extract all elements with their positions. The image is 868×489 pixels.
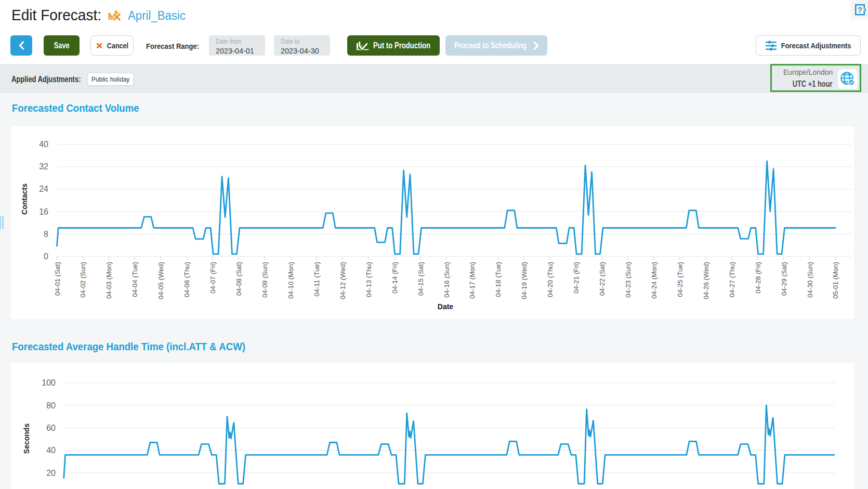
- svg-text:?: ?: [858, 5, 862, 14]
- svg-text:04-17 (Mon): 04-17 (Mon): [468, 262, 476, 299]
- svg-text:04-06 (Thu): 04-06 (Thu): [183, 262, 191, 297]
- svg-text:04-22 (Sat): 04-22 (Sat): [598, 262, 606, 296]
- svg-text:04-16 (Sun): 04-16 (Sun): [443, 262, 451, 298]
- svg-text:24: 24: [39, 184, 48, 193]
- svg-text:04-18 (Tue): 04-18 (Tue): [494, 262, 502, 297]
- svg-text:60: 60: [46, 424, 56, 432]
- svg-text:0: 0: [44, 252, 48, 261]
- svg-text:100: 100: [42, 378, 56, 387]
- svg-text:Seconds: Seconds: [22, 424, 31, 454]
- svg-text:04-13 (Thu): 04-13 (Thu): [365, 262, 373, 297]
- svg-text:8: 8: [44, 230, 48, 239]
- svg-text:Contacts: Contacts: [20, 183, 29, 215]
- svg-text:04-02 (Sun): 04-02 (Sun): [79, 262, 87, 298]
- svg-text:04-26 (Wed): 04-26 (Wed): [702, 262, 710, 299]
- svg-text:04-12 (Wed): 04-12 (Wed): [339, 262, 347, 299]
- svg-text:04-05 (Wed): 04-05 (Wed): [157, 262, 165, 299]
- svg-text:04-30 (Sun): 04-30 (Sun): [806, 262, 814, 298]
- svg-text:04-19 (Wed): 04-19 (Wed): [520, 262, 528, 299]
- svg-text:Date: Date: [438, 302, 454, 311]
- svg-text:04-20 (Thu): 04-20 (Thu): [546, 262, 554, 297]
- svg-text:04-11 (Tue): 04-11 (Tue): [313, 262, 321, 296]
- svg-text:04-21 (Fri): 04-21 (Fri): [572, 262, 580, 294]
- svg-text:04-15 (Sat): 04-15 (Sat): [417, 262, 425, 296]
- svg-text:04-07 (Fri): 04-07 (Fri): [209, 262, 217, 294]
- svg-text:04-08 (Sat): 04-08 (Sat): [235, 262, 243, 296]
- svg-text:04-10 (Mon): 04-10 (Mon): [287, 262, 295, 299]
- svg-text:04-29 (Sat): 04-29 (Sat): [780, 262, 788, 296]
- svg-text:04-14 (Fri): 04-14 (Fri): [391, 262, 399, 294]
- svg-text:40: 40: [39, 140, 48, 149]
- svg-text:04-24 (Mon): 04-24 (Mon): [650, 262, 658, 299]
- svg-text:16: 16: [39, 207, 48, 216]
- svg-text:40: 40: [46, 446, 56, 455]
- svg-text:04-28 (Fri): 04-28 (Fri): [754, 262, 762, 294]
- svg-text:80: 80: [46, 401, 56, 410]
- svg-text:32: 32: [39, 162, 48, 171]
- svg-text:04-01 (Sat): 04-01 (Sat): [54, 262, 61, 296]
- svg-text:04-27 (Thu): 04-27 (Thu): [728, 262, 736, 297]
- svg-text:04-09 (Sun): 04-09 (Sun): [261, 262, 269, 298]
- svg-text:04-04 (Tue): 04-04 (Tue): [131, 262, 139, 297]
- svg-text:20: 20: [46, 469, 56, 478]
- svg-text:04-03 (Mon): 04-03 (Mon): [105, 262, 113, 299]
- svg-text:05-01 (Mon): 05-01 (Mon): [832, 262, 839, 299]
- svg-text:04-25 (Tue): 04-25 (Tue): [676, 262, 684, 297]
- svg-text:04-23 (Sun): 04-23 (Sun): [624, 262, 632, 298]
